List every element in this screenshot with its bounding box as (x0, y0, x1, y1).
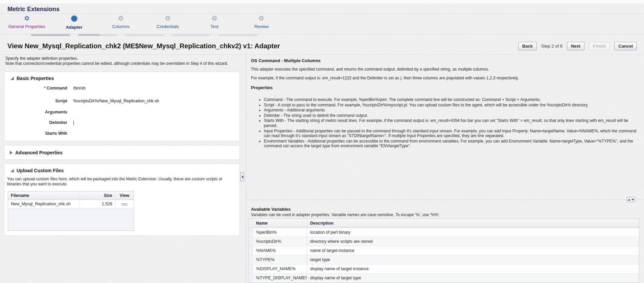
disclosure-expanded-icon (10, 77, 14, 80)
row-header-gutter (249, 264, 253, 273)
back-button[interactable]: Back (518, 42, 537, 50)
row-header-gutter (249, 237, 253, 246)
train-step-review[interactable]: Review (254, 16, 269, 29)
help-bullet: Input Properties - Additional properties… (264, 129, 641, 138)
field-label: Script (4, 99, 67, 103)
train-step-general-properties[interactable]: General Properties (8, 16, 45, 29)
next-button[interactable]: Next (567, 42, 584, 50)
help-bullet: Environment Variables - Additional prope… (264, 139, 641, 149)
cancel-button[interactable]: Cancel (614, 42, 637, 50)
train-step-marker[interactable] (166, 16, 170, 20)
required-asterisk: * (44, 86, 46, 91)
train-step-credentials[interactable]: Credentials (157, 16, 179, 29)
divider (0, 34, 644, 34)
upload-custom-files-header[interactable]: Upload Custom Files (10, 168, 64, 173)
variable-row: %NAME% name of target instance (249, 246, 639, 255)
wizard-buttons: Back Step 2 of 6 Next Finish Cancel (518, 42, 637, 50)
available-variables-table: Name Description %perlBin% location of p… (248, 218, 639, 283)
advanced-properties-panel: Advanced Properties (4, 145, 240, 160)
train-step-test[interactable]: Test (210, 16, 218, 29)
help-properties-title: Properties (251, 85, 273, 90)
train-step-marker[interactable] (71, 16, 77, 22)
help-properties-list: Command - The command to execute. For ex… (251, 97, 641, 149)
field-row-command: *Command /bin/sh (4, 86, 239, 92)
col-header-description: Description (307, 219, 639, 228)
divider (0, 14, 644, 14)
panel-title: Advanced Properties (15, 150, 63, 155)
variable-row: %DISPLAY_NAME% display name of target in… (249, 264, 639, 274)
available-variables-subtitle: Variables can be used in adapter propert… (251, 212, 440, 217)
col-header-size[interactable]: Size (79, 191, 115, 200)
disclosure-collapsed-icon (10, 151, 13, 155)
available-variables-title: Available Variables (251, 207, 291, 212)
wizard-train: General Properties Adapter Columns Crede… (0, 15, 644, 33)
advanced-properties-header[interactable]: Advanced Properties (10, 150, 63, 155)
panel-title: Upload Custom Files (17, 168, 64, 173)
collapse-down-icon (631, 199, 634, 201)
row-header-gutter (249, 246, 253, 255)
collapse-left-icon (242, 176, 243, 178)
variable-row: %perlBin% location of perl binary (249, 228, 639, 237)
col-header-name: Name (253, 219, 307, 228)
variable-name-cell: %scriptsDir% (253, 237, 307, 246)
file-size-cell: 1,528 (79, 200, 115, 208)
variable-name-cell: %DISPLAY_NAME% (253, 264, 307, 273)
train-step-marker[interactable] (25, 16, 29, 20)
field-value: /bin/sh (73, 86, 86, 91)
help-bullet: Arguments - Additional arguments (264, 108, 641, 113)
vertical-splitter-handle[interactable] (240, 172, 244, 181)
variable-name-cell: %TYPE_DISPLAY_NAME% (253, 274, 307, 282)
train-step-label[interactable]: Test (210, 24, 218, 29)
basic-properties-header[interactable]: Basic Properties (10, 76, 54, 81)
page-intro: Specify the adapter definition propertie… (5, 56, 228, 66)
variables-table-header: Name Description (249, 219, 639, 228)
view-file-cell[interactable] (115, 200, 134, 208)
metric-extensions-wizard: Metric Extensions General Properties Ada… (0, 0, 644, 283)
app-title: Metric Extensions (7, 6, 60, 13)
help-title: OS Command - Multiple Columns (251, 58, 321, 63)
train-step-columns[interactable]: Columns (112, 16, 129, 29)
train-step-label[interactable]: Columns (112, 24, 129, 29)
variable-desc-cell: directory where scripts are stored (307, 237, 639, 246)
upload-description: You can upload custom files here, which … (7, 177, 232, 187)
file-name-cell[interactable]: New_Mysql_Replication_chk.sh (8, 200, 79, 208)
field-value: %scriptsDir%/New_Mysql_Replication_chk.s… (73, 99, 159, 103)
field-label: Arguments (4, 110, 67, 114)
field-value: | (73, 120, 74, 125)
row-header-gutter (249, 219, 253, 228)
finish-button: Finish (589, 42, 610, 50)
train-step-label[interactable]: General Properties (8, 24, 45, 29)
basic-properties-panel: Basic Properties *Command /bin/sh Script… (4, 72, 240, 141)
train-step-marker[interactable] (119, 16, 123, 20)
variable-desc-cell: name of target instance (307, 246, 639, 255)
variable-desc-cell: target type (307, 255, 639, 264)
row-header-gutter (249, 274, 253, 282)
train-step-adapter[interactable]: Adapter (66, 16, 82, 30)
col-header-view[interactable]: View (115, 191, 134, 200)
panel-title: Basic Properties (17, 76, 54, 81)
train-step-label[interactable]: Review (254, 24, 269, 29)
field-label: Delimiter (4, 120, 67, 125)
variable-desc-cell: location of perl binary (307, 228, 639, 237)
variable-row: %scriptsDir% directory where scripts are… (249, 237, 639, 246)
field-label: Starts With (4, 131, 67, 136)
col-header-filename[interactable]: Filename (8, 191, 79, 200)
variable-name-cell: %NAME% (253, 246, 307, 255)
train-step-marker[interactable] (259, 16, 263, 20)
field-label: *Command (4, 86, 67, 91)
step-indicator: Step 2 of 6 (541, 44, 562, 49)
help-bullet: Command - The command to execute. For ex… (264, 97, 641, 102)
collapse-up-icon (628, 199, 630, 201)
upload-table-row[interactable]: New_Mysql_Replication_chk.sh 1,528 (8, 200, 134, 208)
row-header-gutter (249, 255, 253, 264)
glasses-view-icon[interactable] (121, 203, 128, 206)
upload-table-header: Filename Size View (8, 191, 134, 200)
horizontal-splitter-handle[interactable] (626, 197, 635, 202)
help-paragraph: For example, if the command output is: e… (251, 76, 640, 80)
variable-row: %TYPE% target type (249, 255, 639, 264)
top-strip (0, 0, 644, 4)
train-step-label: Adapter (66, 25, 82, 30)
train-step-marker[interactable] (212, 16, 216, 20)
variable-name-cell: %perlBin% (253, 228, 307, 237)
train-step-label[interactable]: Credentials (157, 24, 179, 29)
